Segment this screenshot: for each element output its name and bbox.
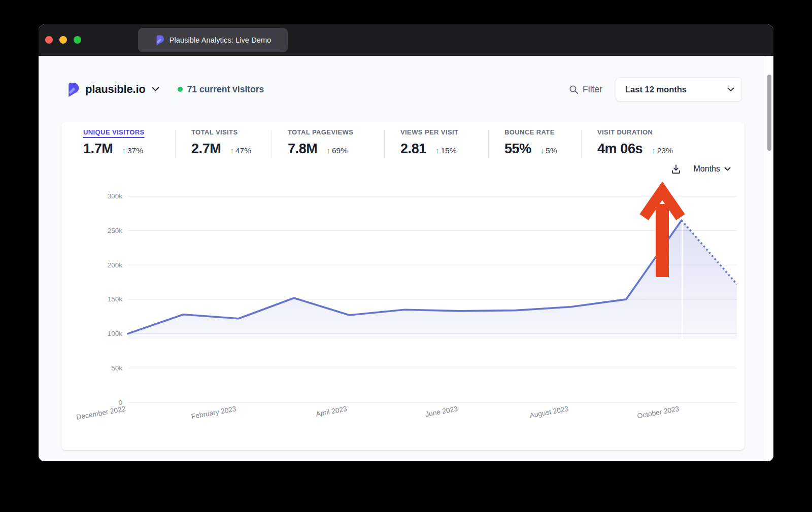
interval-select[interactable]: Months: [694, 164, 731, 174]
metric-label: TOTAL PAGEVIEWS: [288, 128, 384, 136]
x-axis-labels: December 2022February 2023April 2023June…: [76, 405, 680, 421]
titlebar: Plausible Analytics: Live Demo: [39, 24, 773, 56]
page-content: plausible.io 71 current visitors Filter …: [39, 56, 773, 461]
plausible-favicon: [155, 35, 164, 46]
metric-change: ↑23%: [652, 146, 673, 155]
metric-total-pageviews[interactable]: TOTAL PAGEVIEWS7.8M↑69%: [272, 128, 384, 164]
close-window-button[interactable]: [45, 36, 53, 44]
x-axis-tick: August 2023: [529, 405, 569, 419]
metric-label: VISIT DURATION: [597, 128, 736, 136]
metric-change: ↑47%: [230, 146, 251, 155]
chart-controls: Months: [671, 161, 731, 177]
date-range-value: Last 12 months: [625, 85, 727, 94]
interval-chevron-down-icon: [724, 167, 731, 172]
zoom-window-button[interactable]: [74, 36, 81, 44]
filter-button[interactable]: Filter: [569, 84, 602, 95]
browser-window: Plausible Analytics: Live Demo plausible…: [39, 24, 773, 461]
y-axis-tick: 100k: [108, 330, 123, 337]
x-axis-tick: October 2023: [636, 405, 680, 420]
arrow-up-icon: ↑: [122, 146, 126, 155]
filter-label: Filter: [583, 84, 602, 95]
minimize-window-button[interactable]: [59, 36, 67, 44]
traffic-lights: [45, 36, 81, 44]
x-axis-tick: April 2023: [315, 405, 348, 418]
metric-change: ↓5%: [540, 146, 557, 155]
metric-visit-duration[interactable]: VISIT DURATION4m 06s↑23%: [581, 128, 736, 164]
scrollbar-thumb[interactable]: [767, 75, 771, 151]
interval-value: Months: [694, 164, 720, 174]
metric-label: VIEWS PER VISIT: [400, 128, 488, 136]
live-dot-icon: [178, 87, 183, 92]
metric-value: 55%: [504, 141, 531, 157]
metric-change: ↑69%: [326, 146, 348, 155]
plausible-logo: [66, 82, 80, 97]
y-axis-tick: 200k: [108, 261, 123, 269]
metric-value: 2.7M: [191, 141, 221, 157]
visitors-chart[interactable]: 050k100k150k200k250k300kDecember 2022Feb…: [61, 179, 745, 450]
metric-total-visits[interactable]: TOTAL VISITS2.7M↑47%: [175, 128, 272, 164]
current-visitors[interactable]: 71 current visitors: [178, 84, 264, 95]
site-switcher-chevron-down-icon[interactable]: [152, 87, 159, 92]
y-axis-tick: 300k: [108, 192, 123, 200]
metric-label: BOUNCE RATE: [504, 128, 581, 136]
metric-value: 4m 06s: [597, 141, 642, 157]
browser-tab[interactable]: Plausible Analytics: Live Demo: [138, 28, 288, 52]
y-axis-tick: 50k: [111, 364, 122, 372]
site-header: plausible.io 71 current visitors Filter …: [66, 77, 742, 101]
metric-value: 2.81: [400, 141, 426, 157]
metric-change: ↑37%: [122, 146, 143, 155]
metric-label: UNIQUE VISITORS: [83, 128, 175, 136]
arrow-down-icon: ↓: [540, 146, 545, 155]
scrollbar-track[interactable]: [765, 56, 773, 461]
arrow-up-icon: ↑: [652, 146, 656, 155]
tab-title: Plausible Analytics: Live Demo: [170, 36, 271, 44]
date-range-select[interactable]: Last 12 months: [616, 77, 742, 101]
site-switcher-group: plausible.io 71 current visitors: [66, 82, 569, 97]
x-axis-tick: December 2022: [76, 405, 126, 421]
y-axis-tick: 150k: [108, 295, 123, 303]
arrow-up-icon: ↑: [435, 146, 439, 155]
search-icon: [569, 85, 579, 94]
metric-views-per-visit[interactable]: VIEWS PER VISIT2.81↑15%: [384, 128, 488, 164]
arrow-up-icon: ↑: [230, 146, 234, 155]
download-icon: [671, 164, 681, 175]
metric-label: TOTAL VISITS: [191, 128, 272, 136]
current-visitors-label: 71 current visitors: [187, 84, 264, 95]
metric-unique-visitors[interactable]: UNIQUE VISITORS1.7M↑37%: [61, 128, 175, 164]
metric-change: ↑15%: [435, 146, 457, 155]
export-button[interactable]: [671, 164, 681, 175]
metric-value: 1.7M: [83, 141, 113, 157]
x-axis-tick: June 2023: [425, 405, 458, 418]
metric-bounce-rate[interactable]: BOUNCE RATE55%↓5%: [488, 128, 581, 164]
area-fill: [128, 220, 737, 339]
metric-value: 7.8M: [288, 141, 317, 157]
metrics-row: UNIQUE VISITORS1.7M↑37%TOTAL VISITS2.7M↑…: [61, 122, 736, 164]
site-name[interactable]: plausible.io: [85, 83, 146, 96]
x-axis-tick: February 2023: [191, 405, 237, 420]
dashboard-card: UNIQUE VISITORS1.7M↑37%TOTAL VISITS2.7M↑…: [61, 122, 745, 450]
y-axis-tick: 250k: [108, 227, 123, 234]
date-range-chevron-down-icon: [727, 87, 734, 92]
arrow-up-icon: ↑: [326, 146, 330, 155]
